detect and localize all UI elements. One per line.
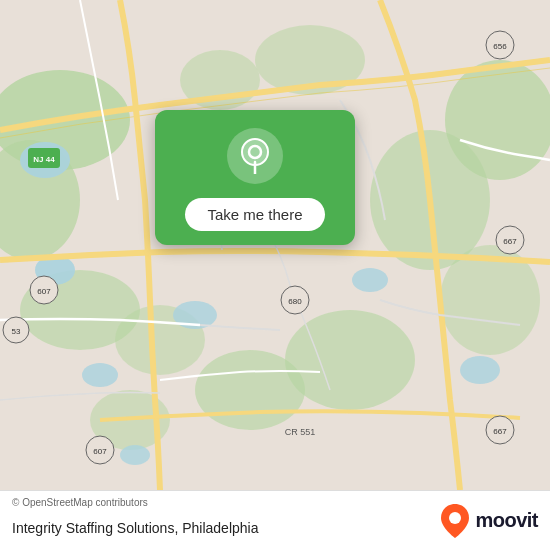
svg-point-8 bbox=[445, 60, 550, 180]
svg-text:656: 656 bbox=[493, 42, 507, 51]
take-me-there-button[interactable]: Take me there bbox=[185, 198, 324, 231]
moovit-text: moovit bbox=[475, 509, 538, 532]
svg-point-6 bbox=[285, 310, 415, 410]
bottom-bar: © OpenStreetMap contributors Integrity S… bbox=[0, 490, 550, 550]
moovit-logo: moovit bbox=[439, 502, 538, 540]
svg-point-17 bbox=[460, 356, 500, 384]
svg-point-16 bbox=[352, 268, 388, 292]
svg-point-18 bbox=[82, 363, 118, 387]
copyright-text: © OpenStreetMap contributors bbox=[12, 497, 148, 508]
svg-text:680: 680 bbox=[288, 297, 302, 306]
svg-text:607: 607 bbox=[37, 287, 51, 296]
svg-point-19 bbox=[120, 445, 150, 465]
svg-text:NJ 44: NJ 44 bbox=[33, 155, 55, 164]
svg-text:607: 607 bbox=[93, 447, 107, 456]
location-pin-icon bbox=[239, 138, 271, 174]
svg-text:667: 667 bbox=[503, 237, 517, 246]
svg-text:53: 53 bbox=[12, 327, 21, 336]
card-overlay: Take me there bbox=[155, 110, 355, 245]
svg-point-40 bbox=[449, 512, 461, 524]
map-container: NJ 44 607 607 656 667 667 680 CR 551 53 bbox=[0, 0, 550, 490]
moovit-pin-icon bbox=[439, 502, 471, 540]
location-icon-wrapper bbox=[227, 128, 283, 184]
svg-text:CR 551: CR 551 bbox=[285, 427, 316, 437]
svg-text:667: 667 bbox=[493, 427, 507, 436]
